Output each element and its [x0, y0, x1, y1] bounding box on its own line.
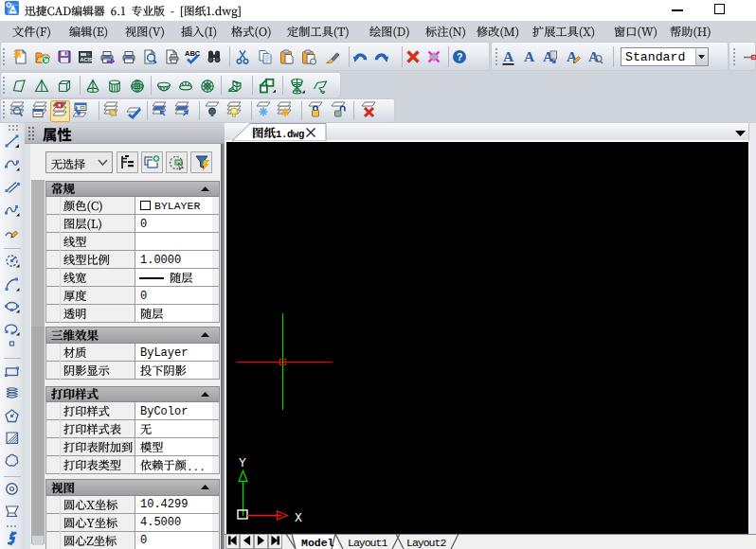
svg-text:Model: Model [301, 537, 334, 549]
svg-text:Layout1: Layout1 [348, 537, 387, 549]
svg-text:X: X [295, 511, 302, 525]
svg-text:Y: Y [239, 456, 246, 470]
svg-text:ACIS: ACIS [81, 57, 93, 62]
svg-text:Layout2: Layout2 [406, 537, 446, 549]
svg-text:A: A [524, 48, 535, 64]
svg-text:A: A [503, 48, 514, 64]
svg-text:?: ? [457, 51, 462, 62]
